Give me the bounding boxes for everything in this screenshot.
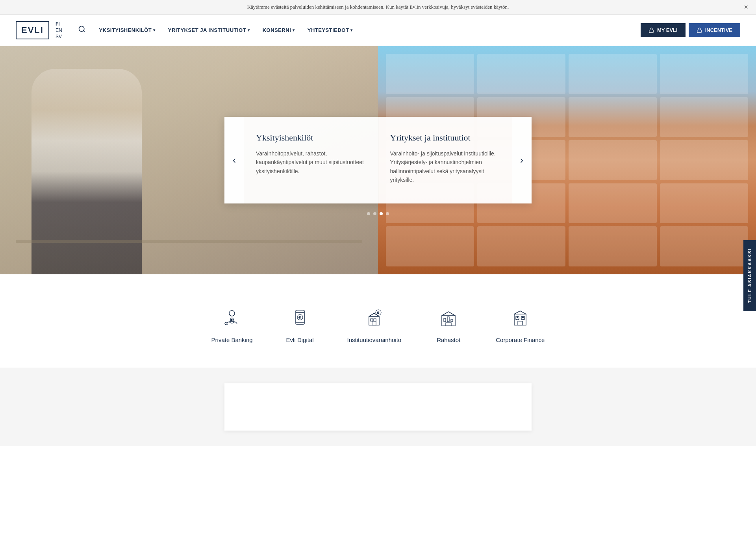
service-rahastot[interactable]: Rahastot bbox=[417, 298, 480, 352]
cookie-text: Käytämme evästeitä palveluiden kehittämi… bbox=[247, 4, 509, 10]
slide-col2-title: Yritykset ja instituutiot bbox=[390, 133, 500, 143]
svg-rect-13 bbox=[371, 319, 373, 321]
slide-indicator-2[interactable] bbox=[373, 212, 376, 215]
slide-indicator-1[interactable] bbox=[367, 212, 370, 215]
my-evli-button[interactable]: MY EVLI bbox=[641, 23, 686, 37]
svg-rect-21 bbox=[444, 318, 446, 322]
main-nav: YKSITYISHENKILÖT ▾ YRITYKSET JA INSTITUU… bbox=[94, 23, 641, 37]
svg-text:€: € bbox=[231, 319, 232, 321]
slide-col2-text: Varainhoito- ja sijoituspalvelut institu… bbox=[390, 149, 500, 185]
service-instituutiovarainhoito[interactable]: € Instituutiovarainhoito bbox=[332, 298, 417, 352]
svg-text:€: € bbox=[299, 316, 301, 319]
service-evli-digital[interactable]: € Evli Digital bbox=[269, 298, 332, 352]
header: EVLI FI EN SV YKSITYISHENKILÖT ▾ YRITYKS… bbox=[0, 15, 756, 46]
service-private-banking[interactable]: € Private Banking bbox=[196, 298, 269, 352]
lang-en[interactable]: EN bbox=[56, 28, 62, 33]
chevron-down-icon: ▾ bbox=[153, 28, 156, 32]
svg-rect-24 bbox=[446, 323, 451, 326]
svg-line-28 bbox=[514, 311, 520, 314]
bottom-card bbox=[224, 383, 532, 431]
lang-sv[interactable]: SV bbox=[56, 34, 62, 39]
cookie-banner: Käytämme evästeitä palveluiden kehittämi… bbox=[0, 0, 756, 15]
header-buttons: MY EVLI INCENTIVE bbox=[641, 23, 740, 37]
evli-digital-label: Evli Digital bbox=[286, 336, 314, 344]
svg-line-1 bbox=[83, 31, 85, 32]
chevron-down-icon: ▾ bbox=[293, 28, 295, 32]
rahastot-icon bbox=[437, 306, 460, 329]
svg-point-4 bbox=[229, 311, 235, 316]
chevron-down-icon: ▾ bbox=[350, 28, 353, 32]
slide-indicators bbox=[367, 212, 389, 215]
nav-yksityishenkilot[interactable]: YKSITYISHENKILÖT ▾ bbox=[94, 23, 161, 37]
slide-col1-title: Yksityishenkilöt bbox=[256, 133, 366, 143]
svg-rect-3 bbox=[697, 30, 701, 32]
svg-line-29 bbox=[520, 311, 526, 314]
search-button[interactable] bbox=[78, 25, 86, 35]
lock-icon bbox=[649, 28, 654, 33]
svg-line-25 bbox=[442, 312, 448, 316]
lang-fi[interactable]: FI bbox=[56, 21, 62, 27]
slide-indicator-4[interactable] bbox=[386, 212, 389, 215]
svg-rect-2 bbox=[649, 30, 654, 32]
nav-konserni[interactable]: KONSERNI ▾ bbox=[257, 23, 300, 37]
logo-wrapper: EVLI FI EN SV bbox=[16, 21, 62, 39]
slide-indicator-3[interactable] bbox=[380, 212, 383, 215]
nav-yritykset[interactable]: YRITYKSET JA INSTITUUTIOT ▾ bbox=[163, 23, 256, 37]
slide-col-1[interactable]: Yksityishenkilöt Varainhoitopalvelut, ra… bbox=[244, 117, 378, 203]
language-switcher: FI EN SV bbox=[56, 21, 62, 39]
service-corporate-finance[interactable]: Corporate Finance bbox=[480, 298, 560, 352]
slide-prev-button[interactable]: ‹ bbox=[224, 117, 244, 203]
slide-next-button[interactable]: › bbox=[512, 117, 532, 203]
hero-slide-panel: ‹ Yksityishenkilöt Varainhoitopalvelut, … bbox=[224, 117, 532, 203]
incentive-button[interactable]: INCENTIVE bbox=[689, 23, 740, 37]
svg-rect-34 bbox=[518, 321, 523, 325]
svg-point-33 bbox=[523, 317, 524, 318]
logo[interactable]: EVLI bbox=[16, 21, 49, 39]
svg-point-0 bbox=[79, 26, 84, 31]
evli-digital-icon: € bbox=[288, 306, 312, 329]
svg-rect-23 bbox=[451, 320, 453, 322]
chevron-down-icon: ▾ bbox=[248, 28, 250, 32]
nav-yhteystiedot[interactable]: YHTEYSTIEDOT ▾ bbox=[302, 23, 358, 37]
services-section: € Private Banking € Evli Digital bbox=[0, 274, 756, 368]
lock-icon bbox=[697, 28, 702, 33]
next-arrow-icon: › bbox=[520, 155, 523, 166]
svg-text:€: € bbox=[377, 311, 379, 314]
corporate-finance-label: Corporate Finance bbox=[496, 336, 545, 344]
svg-line-16 bbox=[369, 313, 374, 316]
svg-rect-22 bbox=[447, 317, 449, 322]
svg-rect-15 bbox=[372, 321, 376, 325]
slide-content: Yksityishenkilöt Varainhoitopalvelut, ra… bbox=[244, 117, 512, 203]
instituutiovarainhoito-icon: € bbox=[362, 306, 386, 329]
side-tab-asiakkaaksi[interactable]: TULE ASIAKKAAKSI bbox=[743, 240, 756, 311]
svg-line-26 bbox=[448, 312, 455, 316]
slide-col1-text: Varainhoitopalvelut, rahastot, kaupankäy… bbox=[256, 149, 366, 176]
slide-col-2[interactable]: Yritykset ja instituutiot Varainhoito- j… bbox=[378, 117, 512, 203]
bottom-section bbox=[0, 368, 756, 446]
svg-point-31 bbox=[517, 317, 518, 318]
rahastot-label: Rahastot bbox=[437, 336, 460, 344]
corporate-finance-icon bbox=[508, 306, 532, 329]
side-tab-label: TULE ASIAKKAAKSI bbox=[747, 248, 752, 303]
private-banking-icon: € bbox=[220, 306, 244, 329]
prev-arrow-icon: ‹ bbox=[233, 155, 236, 166]
instituutiovarainhoito-label: Instituutiovarainhoito bbox=[347, 336, 402, 344]
svg-rect-14 bbox=[374, 319, 376, 321]
cookie-close-button[interactable]: × bbox=[744, 3, 748, 11]
hero-section: ‹ Yksityishenkilöt Varainhoitopalvelut, … bbox=[0, 46, 756, 274]
private-banking-label: Private Banking bbox=[211, 336, 253, 344]
